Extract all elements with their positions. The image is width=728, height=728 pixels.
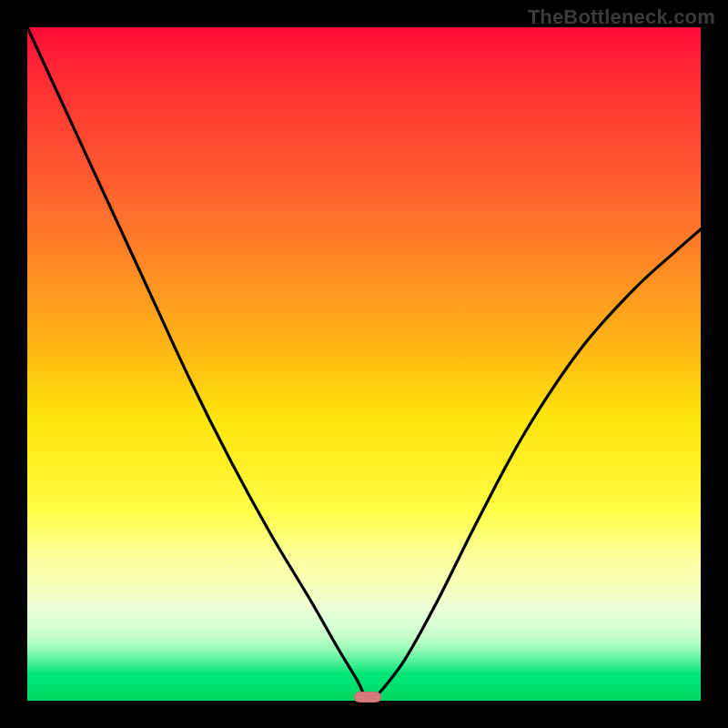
- plot-area: [27, 27, 701, 701]
- bottleneck-curve: [27, 27, 701, 701]
- watermark-text: TheBottleneck.com: [528, 5, 715, 29]
- minimum-marker: [354, 692, 381, 703]
- curve-left-branch: [27, 27, 364, 695]
- curve-right-branch: [378, 229, 701, 695]
- chart-stage: TheBottleneck.com: [0, 0, 728, 728]
